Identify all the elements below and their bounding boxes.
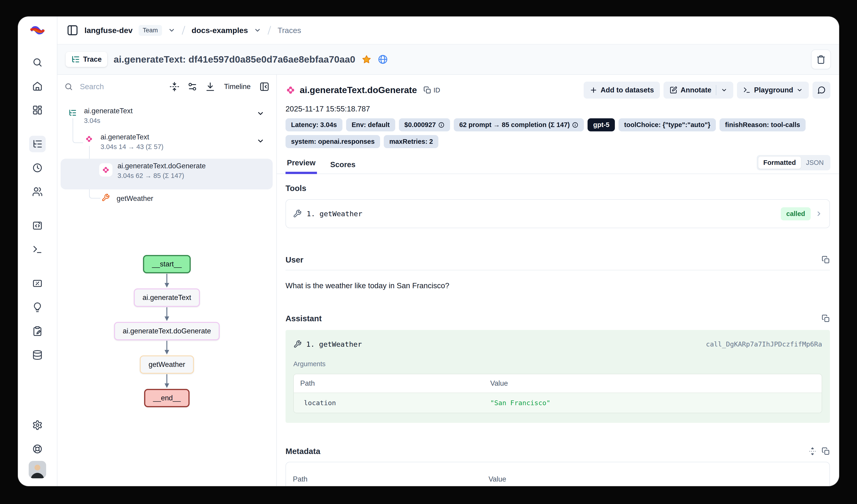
collapse-all-icon[interactable]: [169, 82, 180, 92]
cost-badge[interactable]: $0.000927: [399, 118, 450, 132]
graph-arrow: [164, 374, 170, 389]
project-name[interactable]: docs-examples: [192, 26, 248, 35]
nav-sessions[interactable]: [29, 160, 46, 176]
tree-row-getweather[interactable]: getWeather: [57, 189, 276, 210]
tree-row-meta: 3.04s 62 → 85 (Σ 147): [118, 172, 276, 179]
download-icon[interactable]: [205, 82, 215, 92]
chevron-right-icon[interactable]: [815, 210, 823, 218]
breadcrumb-separator: [182, 26, 185, 35]
format-formatted[interactable]: Formatted: [758, 157, 801, 169]
tab-preview[interactable]: Preview: [286, 158, 317, 174]
nav-users[interactable]: [29, 184, 46, 200]
expand-vertical-icon[interactable]: [808, 447, 817, 455]
arguments-value-header: Value: [484, 374, 514, 393]
user-message: What is the weather like today in San Fr…: [286, 281, 830, 290]
chevron-down-icon[interactable]: [257, 137, 264, 145]
playground-button[interactable]: Playground: [737, 82, 809, 99]
tool-definition-row[interactable]: 1. getWeather called: [286, 199, 830, 228]
latency-badge: Latency: 3.04s: [286, 118, 342, 132]
nav-traces[interactable]: [29, 136, 46, 152]
copy-id-button[interactable]: ID: [423, 86, 440, 94]
tool-wrench-icon: [101, 193, 110, 202]
langfuse-logo[interactable]: [30, 23, 45, 38]
nav-scores[interactable]: [29, 275, 46, 292]
nav-dashboards[interactable]: [29, 102, 46, 118]
copy-icon[interactable]: [822, 314, 830, 323]
metadata-path-header: Path: [286, 470, 482, 486]
terminal-icon: [743, 86, 751, 94]
graph-node-start[interactable]: __start__: [143, 255, 190, 273]
nav-home[interactable]: [29, 78, 46, 94]
org-plan-badge: Team: [139, 25, 162, 36]
info-icon: [572, 122, 578, 128]
tokens-badge[interactable]: 62 prompt → 85 completion (Σ 147): [454, 118, 584, 132]
model-badge[interactable]: gpt-5: [588, 118, 615, 132]
tools-heading: Tools: [286, 184, 830, 193]
nav-search[interactable]: [29, 54, 46, 71]
tree-row-dogenerate-selected[interactable]: ai.generateText.doGenerate 3.04s 62 → 85…: [57, 159, 276, 189]
nav-settings[interactable]: [29, 417, 46, 433]
format-json[interactable]: JSON: [801, 157, 829, 169]
button-divider: [716, 85, 716, 95]
display-settings-icon[interactable]: [187, 82, 197, 92]
graph-node-getweather[interactable]: getWeather: [140, 355, 194, 374]
tree-row-trace[interactable]: ai.generateText 3.04s: [57, 105, 276, 131]
graph-node-dogenerate[interactable]: ai.generateText.doGenerate: [114, 322, 220, 340]
observation-tree: ai.generateText 3.04s ai.generateText 3.…: [57, 105, 276, 210]
graph-arrow: [164, 340, 170, 355]
chevron-down-icon: [796, 87, 803, 93]
annotate-label: Annotate: [680, 86, 711, 94]
life-buoy-icon: [32, 444, 43, 454]
graph-node-end[interactable]: __end__: [144, 389, 190, 407]
copy-icon[interactable]: [822, 256, 830, 264]
sidebar-toggle-icon[interactable]: [67, 24, 79, 36]
chevron-down-icon[interactable]: [254, 27, 261, 34]
trace-tree-panel: Timeline ai.generateText 3.04s: [57, 75, 277, 486]
nav-datasets[interactable]: [29, 347, 46, 363]
observation-body: Tools 1. getWeather called User: [277, 174, 839, 486]
generation-icon: [286, 85, 296, 95]
tool-name: 1. getWeather: [307, 210, 363, 218]
nav-playground[interactable]: [29, 241, 46, 258]
add-to-datasets-button[interactable]: Add to datasets: [584, 82, 660, 99]
nav-annotation-queues[interactable]: [29, 323, 46, 340]
argument-path: location: [294, 393, 484, 413]
nav-prompts[interactable]: [29, 218, 46, 234]
tree-row-label: ai.generateText.doGenerate: [118, 162, 276, 170]
annotate-button[interactable]: Annotate: [663, 82, 733, 99]
avatar-photo: [29, 461, 46, 478]
breadcrumb-page[interactable]: Traces: [278, 26, 301, 35]
copy-icon[interactable]: [822, 447, 830, 455]
tab-scores[interactable]: Scores: [329, 160, 357, 174]
tool-call-name: 1. getWeather: [306, 340, 362, 348]
chevron-down-icon[interactable]: [168, 27, 175, 34]
tree-row-meta: 3.04s: [84, 117, 276, 124]
nav-evaluators[interactable]: [29, 299, 46, 315]
user-avatar[interactable]: [29, 461, 46, 478]
org-name[interactable]: langfuse-dev: [84, 26, 133, 35]
nav-support[interactable]: [29, 441, 46, 457]
chevron-down-icon[interactable]: [257, 110, 264, 117]
observation-actions: Add to datasets Annotate Playground: [584, 82, 830, 99]
comments-button[interactable]: [812, 82, 830, 99]
globe-icon[interactable]: [378, 54, 388, 65]
chevron-down-icon[interactable]: [721, 87, 727, 93]
observation-tabs: Preview Scores Formatted JSON: [277, 155, 839, 174]
clipboard-pen-icon: [32, 326, 43, 336]
tree-row-generation[interactable]: ai.generateText 3.04s 14 → 43 (Σ 57): [57, 131, 276, 159]
star-icon[interactable]: [362, 55, 371, 64]
delete-trace-button[interactable]: [811, 50, 831, 69]
collapse-panel-icon[interactable]: [259, 82, 269, 92]
agent-graph: __start__ ai.generateText ai.generateTex…: [57, 255, 276, 407]
graph-node-generatetext[interactable]: ai.generateText: [134, 289, 200, 307]
user-heading: User: [286, 255, 303, 264]
observation-header: ai.generateText.doGenerate ID Add to dat…: [277, 82, 839, 148]
timeline-toggle[interactable]: Timeline: [224, 83, 251, 91]
tree-search-input[interactable]: [80, 82, 137, 91]
metadata-section-header: Metadata: [286, 447, 830, 456]
playground-label: Playground: [754, 86, 793, 94]
arguments-row: location "San Francisco": [294, 393, 822, 413]
comment-bubble-icon: [817, 86, 826, 94]
assistant-heading: Assistant: [286, 314, 322, 323]
maxretries-badge: maxRetries: 2: [384, 135, 438, 148]
